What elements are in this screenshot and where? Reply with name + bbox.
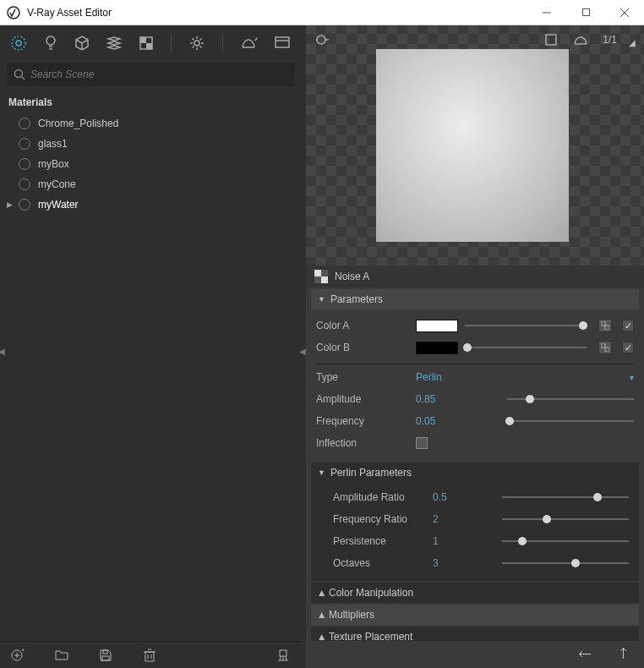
svg-rect-23 [102, 656, 109, 660]
preview-swatch [376, 49, 569, 242]
chevron-down-icon[interactable]: ◢ [629, 38, 636, 47]
vray-app-icon [7, 6, 20, 19]
right-bottom-bar: 🡐 🡑 [306, 641, 644, 668]
frame-buffer-icon[interactable] [274, 34, 291, 52]
separate-preview-icon[interactable] [542, 30, 560, 49]
param-label: Color B [316, 342, 409, 353]
param-label: Amplitude Ratio [321, 491, 426, 503]
svg-point-7 [46, 36, 55, 45]
svg-point-17 [15, 70, 23, 78]
render-icon[interactable] [240, 34, 259, 52]
texture-slot-button[interactable] [598, 319, 612, 332]
freq-ratio-slider[interactable] [502, 518, 629, 520]
up-arrow-icon[interactable]: 🡑 [617, 647, 630, 662]
param-label: Octaves [321, 557, 426, 569]
delete-icon[interactable] [142, 648, 157, 663]
param-frequency-row: Frequency 0.05 [306, 410, 644, 432]
perlin-freq-ratio-row: Frequency Ratio 2 [311, 508, 639, 530]
add-asset-icon[interactable] [10, 648, 25, 663]
material-item[interactable]: myCone [0, 174, 301, 194]
svg-line-14 [255, 38, 257, 41]
window-maximize-button[interactable] [566, 0, 605, 25]
svg-rect-22 [103, 650, 107, 654]
window-minimize-button[interactable] [527, 0, 566, 25]
save-icon[interactable] [98, 648, 113, 663]
geometry-tab-icon[interactable] [74, 34, 90, 52]
section-perlin-header[interactable]: ▼ Perlin Parameters [311, 463, 639, 483]
right-collapse-grip[interactable]: ◀ [299, 347, 306, 356]
node-header: Noise A [306, 266, 644, 287]
material-swatch-icon [19, 118, 30, 129]
material-item[interactable]: ▶ myWater [0, 194, 301, 215]
preview-toolbar: 1/1 ◢ [306, 30, 644, 49]
frequency-slider[interactable] [507, 420, 634, 422]
param-type-row: Type Perlin ▾ [306, 366, 644, 388]
section-label: Parameters [330, 293, 383, 305]
window-close-button[interactable] [605, 0, 644, 25]
lights-tab-icon[interactable] [42, 34, 58, 52]
color-a-enable-checkbox[interactable] [622, 320, 634, 331]
section-color-manipulation-header[interactable]: ▶ Color Manipulation [311, 583, 639, 603]
param-label: Frequency [316, 415, 409, 427]
settings-icon[interactable] [188, 34, 205, 52]
material-label: myCone [38, 178, 76, 190]
color-a-swatch[interactable] [416, 320, 458, 332]
back-arrow-icon[interactable]: 🡐 [578, 647, 592, 662]
textures-tab-icon[interactable] [138, 34, 154, 52]
material-swatch-icon [19, 138, 30, 150]
materials-tab-icon[interactable] [10, 34, 27, 52]
chevron-down-icon[interactable]: ▾ [630, 373, 634, 382]
section-multipliers-header[interactable]: ▶ Multipliers [311, 605, 639, 625]
render-preview-icon[interactable] [572, 30, 591, 49]
color-b-enable-checkbox[interactable] [622, 342, 634, 353]
svg-rect-37 [601, 343, 605, 348]
inflection-checkbox[interactable] [416, 437, 428, 449]
search-icon [14, 68, 25, 80]
param-label: Color A [316, 320, 409, 331]
texture-slot-button[interactable] [598, 341, 612, 354]
property-panel: Noise A ▼ Parameters Color A Color [306, 266, 644, 668]
left-collapse-grip[interactable]: ◀ [0, 347, 5, 356]
open-folder-icon[interactable] [54, 648, 69, 663]
amplitude-slider[interactable] [507, 398, 634, 400]
checker-icon [314, 270, 328, 283]
window-title: V-Ray Asset Editor [27, 7, 527, 19]
materials-tree: Chrome_Polished glass1 myBox myCone ▶ my… [0, 113, 301, 641]
section-parameters-header[interactable]: ▼ Parameters [311, 289, 639, 309]
titlebar: V-Ray Asset Editor [0, 0, 644, 25]
color-b-slider[interactable] [465, 347, 587, 348]
freq-ratio-value[interactable]: 2 [433, 513, 472, 525]
svg-point-30 [317, 36, 325, 44]
amp-ratio-slider[interactable] [502, 496, 629, 498]
persist-value[interactable]: 1 [433, 535, 472, 547]
material-swatch-icon [19, 199, 30, 211]
param-color-b-row: Color B [306, 337, 644, 359]
octaves-value[interactable]: 3 [433, 557, 472, 569]
renderelements-tab-icon[interactable] [106, 34, 123, 52]
material-item[interactable]: glass1 [0, 134, 301, 154]
material-label: glass1 [38, 138, 68, 150]
svg-point-5 [12, 36, 25, 50]
type-dropdown[interactable]: Perlin [416, 371, 623, 383]
param-amplitude-row: Amplitude 0.85 [306, 388, 644, 410]
amplitude-value[interactable]: 0.85 [416, 393, 455, 405]
svg-rect-29 [280, 650, 287, 656]
svg-rect-31 [546, 35, 556, 45]
persist-slider[interactable] [502, 540, 629, 542]
preview-count: 1/1 [603, 34, 617, 46]
octaves-slider[interactable] [502, 562, 629, 564]
perlin-persist-row: Persistence 1 [311, 530, 639, 552]
expand-caret-icon[interactable]: ▶ [7, 200, 13, 209]
material-item[interactable]: Chrome_Polished [0, 113, 301, 134]
go-up-icon[interactable] [314, 30, 333, 49]
material-item[interactable]: myBox [0, 154, 301, 174]
separator [316, 364, 634, 364]
amp-ratio-value[interactable]: 0.5 [433, 491, 472, 503]
search-input[interactable] [30, 68, 287, 80]
color-a-slider[interactable] [465, 325, 587, 326]
svg-rect-15 [276, 37, 289, 47]
search-box[interactable] [7, 63, 294, 86]
purge-icon[interactable] [276, 648, 291, 663]
frequency-value[interactable]: 0.05 [416, 415, 455, 427]
color-b-swatch[interactable] [416, 342, 458, 354]
